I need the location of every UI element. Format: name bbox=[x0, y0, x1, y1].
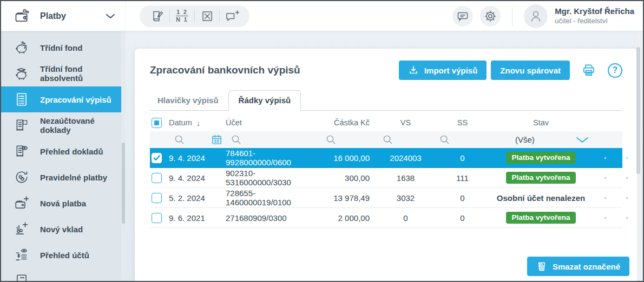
print-icon[interactable] bbox=[581, 63, 596, 78]
tabs-bar: Hlavičky výpisů Řádky výpisů bbox=[150, 90, 622, 111]
receipt-dashed-icon bbox=[14, 118, 29, 133]
grades-fraction-icon[interactable]: 1 2 N 1 bbox=[170, 5, 194, 27]
column-header-ss[interactable]: SS bbox=[434, 118, 491, 127]
cell-date: 9. 4. 2024 bbox=[169, 153, 226, 163]
help-icon[interactable]: ? bbox=[608, 63, 622, 78]
row-checkbox[interactable] bbox=[152, 173, 162, 183]
column-header-datum[interactable]: Datum bbox=[169, 118, 192, 127]
sidebar-item-prehled-dokladu[interactable]: Přehled dokladů bbox=[1, 138, 126, 164]
row-checkbox[interactable] bbox=[152, 153, 162, 163]
bank-statement-icon bbox=[14, 92, 29, 107]
filter-calendar-icon[interactable] bbox=[211, 134, 222, 145]
row-action-dot-icon[interactable] bbox=[604, 197, 606, 199]
new-message-icon[interactable] bbox=[220, 5, 244, 27]
partial-next-item-icon bbox=[14, 273, 29, 281]
row-checkbox[interactable] bbox=[152, 193, 162, 203]
piggy-bank-graduate-icon bbox=[14, 66, 29, 81]
sidebar-nav: Třídní fond Třídní fond absolventů Zprac… bbox=[1, 31, 126, 281]
column-header-vs[interactable]: VS bbox=[377, 118, 434, 127]
tab-hlavicky-vypisu[interactable]: Hlavičky výpisů bbox=[150, 91, 226, 110]
column-header-stav[interactable]: Stav bbox=[491, 118, 591, 127]
class-book-edit-icon[interactable] bbox=[145, 5, 169, 27]
row-checkbox[interactable] bbox=[152, 213, 162, 223]
table-row[interactable]: 9. 6. 2021 271680909/0300 2 000,00 0 0 P… bbox=[150, 208, 622, 228]
row-actions bbox=[591, 157, 628, 159]
trash-icon bbox=[536, 261, 547, 272]
sidebar-module-label: Platby bbox=[40, 11, 96, 21]
table-filter-row: (Vše) bbox=[150, 131, 622, 148]
status-text: Osobní účet nenalezen bbox=[497, 193, 585, 203]
cell-date: 9. 4. 2024 bbox=[169, 173, 226, 183]
sidebar-item-pravidelne-platby[interactable]: Pravidelné platby bbox=[1, 164, 126, 190]
sidebar-scrollbar-thumb[interactable] bbox=[122, 143, 125, 224]
absence-icon[interactable] bbox=[195, 5, 219, 27]
row-actions bbox=[591, 197, 628, 199]
user-role: učitel - ředitelství bbox=[555, 17, 634, 25]
sidebar-item-zpracovani-vypisu[interactable]: Zpracování výpisů bbox=[1, 86, 126, 112]
column-header-castka[interactable]: Částka Kč bbox=[320, 118, 377, 127]
row-action-dot-icon[interactable] bbox=[604, 177, 606, 179]
filter-search-icon-castka[interactable] bbox=[325, 134, 337, 145]
page-title: Zpracování bankovních výpisů bbox=[150, 64, 395, 76]
sidebar-item-tridni-fond-absolventu[interactable]: Třídní fond absolventů bbox=[1, 61, 126, 86]
topbar-divider bbox=[512, 7, 512, 25]
cell-amount: 13 978,49 bbox=[320, 193, 377, 203]
cell-vs: 0 bbox=[377, 213, 434, 223]
column-header-ucet[interactable]: Účet bbox=[226, 118, 320, 127]
cell-date: 5. 2. 2024 bbox=[169, 193, 226, 203]
status-badge: Platba vytvořena bbox=[506, 152, 575, 164]
delete-selected-button[interactable]: Smazat označené bbox=[527, 257, 629, 276]
filter-search-icon-datum[interactable] bbox=[174, 134, 185, 145]
sidebar-item-prehled-uctu[interactable]: Přehled účtů bbox=[1, 242, 126, 268]
title-row: Zpracování bankovních výpisů Import výpi… bbox=[150, 49, 622, 80]
row-action-dot-icon[interactable] bbox=[626, 197, 628, 199]
quick-actions-toolbar: 1 2 N 1 bbox=[140, 5, 249, 27]
tab-radky-vypisu[interactable]: Řádky výpisů bbox=[228, 90, 301, 111]
row-action-dot-icon[interactable] bbox=[626, 217, 628, 219]
rematch-button[interactable]: Znovu spárovat bbox=[491, 61, 570, 80]
chevron-down-icon[interactable] bbox=[106, 14, 115, 19]
cell-amount: 16 000,00 bbox=[320, 153, 377, 163]
table-row[interactable]: 5. 2. 2024 728655-1460000019/0100 13 978… bbox=[150, 188, 622, 208]
row-action-dot-icon[interactable] bbox=[626, 157, 628, 159]
messages-icon[interactable] bbox=[452, 6, 473, 26]
sidebar-item-nova-platba[interactable]: Nová platba bbox=[1, 190, 126, 216]
sidebar-item-tridni-fond[interactable]: Třídní fond bbox=[1, 35, 126, 61]
sort-desc-icon[interactable]: ↓ bbox=[196, 118, 201, 127]
receipt-eye-icon bbox=[14, 144, 29, 159]
user-avatar[interactable] bbox=[524, 4, 548, 28]
sidebar-item-nezauctovane-doklady[interactable]: Nezaúčtované doklady bbox=[1, 112, 126, 138]
filter-stav-dropdown[interactable]: (Vše) bbox=[491, 135, 591, 144]
cell-account: 784601-9928000000/0600 bbox=[226, 149, 320, 167]
select-all-checkbox[interactable] bbox=[152, 118, 162, 128]
chevron-down-icon bbox=[576, 137, 589, 143]
cell-account: 271680909/0300 bbox=[226, 213, 320, 223]
cell-account: 902310-5316000000/3030 bbox=[226, 169, 320, 187]
settings-gear-icon[interactable] bbox=[480, 6, 501, 26]
import-statements-button[interactable]: Import výpisů bbox=[399, 61, 487, 80]
table-header-row: Datum ↓ Účet Částka Kč VS SS Stav bbox=[150, 114, 622, 131]
cell-amount: 300,00 bbox=[320, 173, 377, 183]
import-download-icon bbox=[408, 65, 419, 76]
topbar-right-group: Mgr. Kryštof Řeřicha učitel - ředitelstv… bbox=[452, 4, 643, 28]
recurring-payments-icon bbox=[14, 170, 29, 185]
cell-account: 728655-1460000019/0100 bbox=[226, 189, 320, 207]
status-badge: Platba vytvořena bbox=[506, 172, 575, 184]
filter-search-icon-vs[interactable] bbox=[382, 134, 393, 145]
table-row[interactable]: 9. 4. 2024 902310-5316000000/3030 300,00… bbox=[150, 168, 622, 188]
row-action-dot-icon[interactable] bbox=[604, 157, 606, 159]
cell-ss: 0 bbox=[434, 193, 491, 203]
filter-search-icon-ucet[interactable] bbox=[231, 134, 242, 145]
page-scrollbar-thumb[interactable] bbox=[636, 47, 640, 174]
user-info[interactable]: Mgr. Kryštof Řeřicha učitel - ředitelstv… bbox=[555, 6, 634, 25]
sidebar-item-partial-next[interactable] bbox=[1, 268, 126, 281]
sidebar-module-header[interactable]: Platby bbox=[1, 1, 126, 31]
row-action-dot-icon[interactable] bbox=[626, 177, 628, 179]
filter-search-icon-ss[interactable] bbox=[439, 134, 450, 145]
row-action-dot-icon[interactable] bbox=[604, 217, 606, 219]
cell-vs: 3032 bbox=[377, 193, 434, 203]
sidebar-item-novy-vklad[interactable]: Nový vklad bbox=[1, 216, 126, 242]
row-actions bbox=[591, 177, 628, 179]
table-row[interactable]: 9. 4. 2024 784601-9928000000/0600 16 000… bbox=[150, 148, 622, 168]
cell-date: 9. 6. 2021 bbox=[169, 213, 226, 223]
